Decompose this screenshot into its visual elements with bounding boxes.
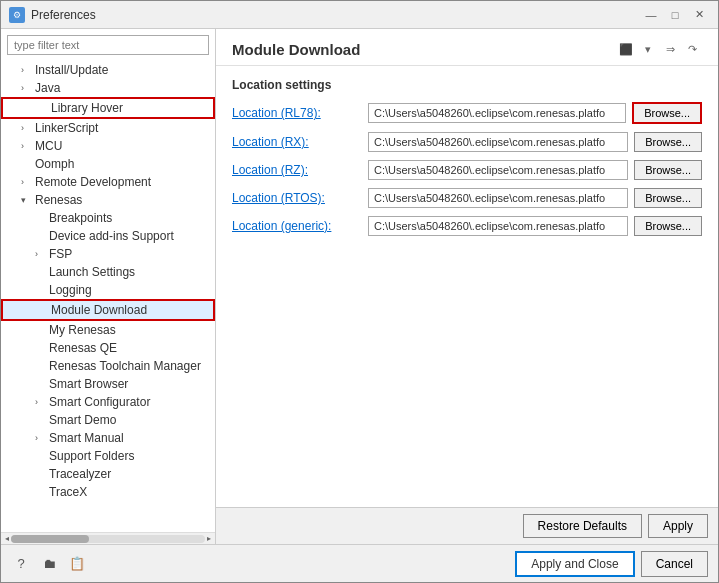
browse-button-rtos[interactable]: Browse... — [634, 188, 702, 208]
sidebar-item-launch-settings[interactable]: Launch Settings — [1, 263, 215, 281]
sidebar-item-label: Smart Manual — [49, 431, 215, 445]
page-title: Module Download — [232, 41, 360, 58]
location-value-rl78: C:\Users\a5048260\.eclipse\com.renesas.p… — [368, 103, 626, 123]
sidebar-item-install-update[interactable]: › Install/Update — [1, 61, 215, 79]
scroll-track — [11, 535, 205, 543]
sidebar-item-my-renesas[interactable]: My Renesas — [1, 321, 215, 339]
sidebar-item-breakpoints[interactable]: Breakpoints — [1, 209, 215, 227]
sidebar-item-label: Library Hover — [51, 101, 213, 115]
bottom-left: ? 🖿 📋 — [11, 554, 87, 574]
expand-arrow: › — [21, 141, 35, 151]
sidebar-item-tracex[interactable]: TraceX — [1, 483, 215, 501]
export-icon[interactable]: 📋 — [67, 554, 87, 574]
location-row-rl78: Location (RL78): C:\Users\a5048260\.ecli… — [232, 102, 702, 124]
sidebar-item-fsp[interactable]: › FSP — [1, 245, 215, 263]
bottom-bar: ? 🖿 📋 Apply and Close Cancel — [1, 544, 718, 582]
sidebar-item-renesas[interactable]: ▾ Renesas — [1, 191, 215, 209]
sidebar-item-label: Renesas QE — [49, 341, 215, 355]
sidebar-item-library-hover[interactable]: Library Hover — [1, 97, 215, 119]
expand-arrow: › — [35, 249, 49, 259]
sidebar-item-linkerscript[interactable]: › LinkerScript — [1, 119, 215, 137]
apply-and-close-button[interactable]: Apply and Close — [515, 551, 634, 577]
sidebar-item-label: Oomph — [35, 157, 215, 171]
expand-arrow: › — [21, 65, 35, 75]
help-icon[interactable]: ? — [11, 554, 31, 574]
sidebar-item-label: Renesas Toolchain Manager — [49, 359, 215, 373]
sidebar-item-support-folders[interactable]: Support Folders — [1, 447, 215, 465]
browse-button-generic[interactable]: Browse... — [634, 216, 702, 236]
nav-next-button[interactable]: ↷ — [682, 39, 702, 59]
import-icon[interactable]: 🖿 — [39, 554, 59, 574]
sidebar-item-smart-configurator[interactable]: › Smart Configurator — [1, 393, 215, 411]
sidebar-item-tracealyzer[interactable]: Tracealyzer — [1, 465, 215, 483]
sidebar-item-label: Renesas — [35, 193, 215, 207]
sidebar-item-label: Smart Configurator — [49, 395, 215, 409]
sidebar-item-label: Smart Browser — [49, 377, 215, 391]
location-label-rx[interactable]: Location (RX): — [232, 135, 362, 149]
sidebar-item-logging[interactable]: Logging — [1, 281, 215, 299]
minimize-button[interactable]: — — [640, 5, 662, 25]
scroll-right-arrow[interactable]: ▸ — [205, 534, 213, 543]
title-bar-controls: — □ ✕ — [640, 5, 710, 25]
right-panel: Module Download ⬛ ▾ ⇒ ↷ Location setting… — [216, 29, 718, 544]
cancel-button[interactable]: Cancel — [641, 551, 708, 577]
sidebar-item-smart-demo[interactable]: Smart Demo — [1, 411, 215, 429]
expand-arrow: › — [21, 123, 35, 133]
sidebar-item-label: Module Download — [51, 303, 213, 317]
sidebar-item-module-download[interactable]: Module Download — [1, 299, 215, 321]
expand-arrow: › — [21, 177, 35, 187]
apply-button[interactable]: Apply — [648, 514, 708, 538]
location-label-rtos[interactable]: Location (RTOS): — [232, 191, 362, 205]
location-row-rtos: Location (RTOS): C:\Users\a5048260\.ecli… — [232, 188, 702, 208]
bottom-right: Apply and Close Cancel — [515, 551, 708, 577]
sidebar-item-smart-manual[interactable]: › Smart Manual — [1, 429, 215, 447]
right-header: Module Download ⬛ ▾ ⇒ ↷ — [216, 29, 718, 66]
sidebar-item-label: Tracealyzer — [49, 467, 215, 481]
location-value-rtos: C:\Users\a5048260\.eclipse\com.renesas.p… — [368, 188, 628, 208]
title-bar: ⚙ Preferences — □ ✕ — [1, 1, 718, 29]
location-label-generic[interactable]: Location (generic): — [232, 219, 362, 233]
sidebar-item-label: My Renesas — [49, 323, 215, 337]
sidebar-item-smart-browser[interactable]: Smart Browser — [1, 375, 215, 393]
browse-button-rz[interactable]: Browse... — [634, 160, 702, 180]
expand-arrow: ▾ — [21, 195, 35, 205]
preferences-window: ⚙ Preferences — □ ✕ › Install/Update › J… — [0, 0, 719, 583]
sidebar-item-oomph[interactable]: Oomph — [1, 155, 215, 173]
sidebar-item-device-addins[interactable]: Device add-ins Support — [1, 227, 215, 245]
location-value-rx: C:\Users\a5048260\.eclipse\com.renesas.p… — [368, 132, 628, 152]
browse-button-rl78[interactable]: Browse... — [632, 102, 702, 124]
maximize-button[interactable]: □ — [664, 5, 686, 25]
location-row-rz: Location (RZ): C:\Users\a5048260\.eclips… — [232, 160, 702, 180]
sidebar-item-renesas-qe[interactable]: Renesas QE — [1, 339, 215, 357]
sidebar-item-remote-development[interactable]: › Remote Development — [1, 173, 215, 191]
app-icon: ⚙ — [9, 7, 25, 23]
nav-dropdown-button[interactable]: ▾ — [638, 39, 658, 59]
filter-input[interactable] — [7, 35, 209, 55]
location-label-rz[interactable]: Location (RZ): — [232, 163, 362, 177]
expand-arrow: › — [35, 433, 49, 443]
sidebar-item-java[interactable]: › Java — [1, 79, 215, 97]
horizontal-scrollbar[interactable]: ◂ ▸ — [1, 532, 215, 544]
sidebar-item-label: TraceX — [49, 485, 215, 499]
expand-arrow: › — [21, 83, 35, 93]
nav-back-button[interactable]: ⬛ — [616, 39, 636, 59]
main-content: › Install/Update › Java Library Hover › … — [1, 29, 718, 544]
sidebar-item-label: Remote Development — [35, 175, 215, 189]
section-title: Location settings — [232, 78, 702, 92]
close-button[interactable]: ✕ — [688, 5, 710, 25]
sidebar-item-label: LinkerScript — [35, 121, 215, 135]
scroll-left-arrow[interactable]: ◂ — [3, 534, 11, 543]
nav-buttons: ⬛ ▾ ⇒ ↷ — [616, 39, 702, 59]
title-bar-left: ⚙ Preferences — [9, 7, 96, 23]
location-label-rl78[interactable]: Location (RL78): — [232, 106, 362, 120]
sidebar-item-label: Smart Demo — [49, 413, 215, 427]
sidebar-item-renesas-toolchain[interactable]: Renesas Toolchain Manager — [1, 357, 215, 375]
sidebar-item-label: FSP — [49, 247, 215, 261]
restore-defaults-button[interactable]: Restore Defaults — [523, 514, 642, 538]
sidebar-item-label: Launch Settings — [49, 265, 215, 279]
nav-forward-button[interactable]: ⇒ — [660, 39, 680, 59]
sidebar-item-label: Install/Update — [35, 63, 215, 77]
sidebar-item-mcu[interactable]: › MCU — [1, 137, 215, 155]
browse-button-rx[interactable]: Browse... — [634, 132, 702, 152]
location-row-rx: Location (RX): C:\Users\a5048260\.eclips… — [232, 132, 702, 152]
